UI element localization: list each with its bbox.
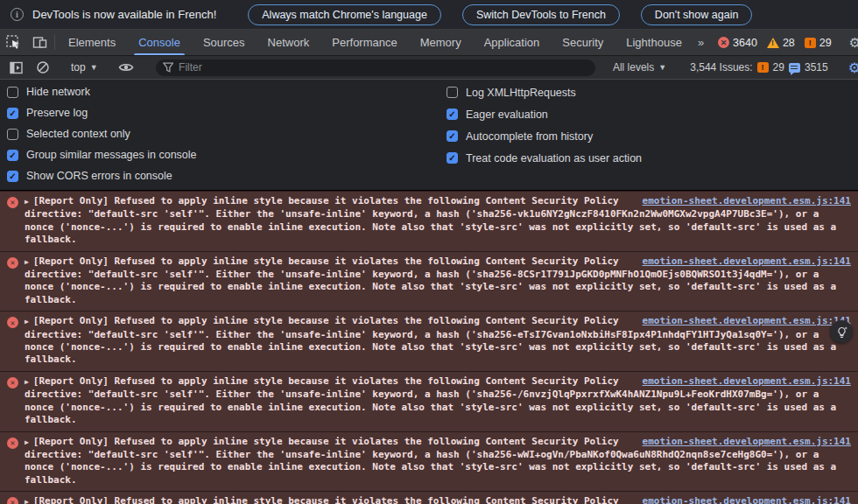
setting-preserve-log[interactable]: ✓Preserve log [7, 102, 447, 123]
more-tabs-icon[interactable]: » [693, 36, 708, 49]
console-toolbar: top ▼ All levels ▼ 3,544 Issues: ! 29 35… [0, 56, 858, 80]
message-line-3: nonce ('nonce-...') is required to enabl… [25, 461, 851, 473]
infobar-message: DevTools is now available in French! [32, 8, 216, 21]
message-line-2: directive: "default-src 'self'". Either … [25, 449, 851, 461]
message-line-4: fallback. [25, 474, 851, 486]
message-line-1: ▶[Report Only] Refused to apply inline s… [25, 495, 851, 504]
checkbox-checked[interactable]: ✓ [7, 108, 18, 119]
tab-security[interactable]: Security [551, 30, 615, 55]
message-line-3: nonce ('nonce-...') is required to enabl… [25, 402, 851, 414]
issues-count-group[interactable]: ! 29 [805, 37, 832, 49]
checkbox-unchecked[interactable] [7, 87, 18, 98]
message-line-4: fallback. [25, 414, 851, 426]
setting-show-cors-errors-in-console[interactable]: ✓Show CORS errors in console [7, 165, 447, 186]
message-line-3: nonce ('nonce-...') is required to enabl… [25, 221, 851, 234]
checkbox-checked[interactable]: ✓ [447, 130, 458, 142]
settings-gear-icon[interactable]: ⚙ [845, 35, 858, 51]
clear-console-icon[interactable] [32, 58, 54, 77]
setting-group-similar-messages-in-console[interactable]: ✓Group similar messages in console [7, 144, 447, 165]
message-line-1: ▶[Report Only] Refused to apply inline s… [25, 375, 851, 388]
checkbox-label: Hide network [26, 86, 90, 98]
tab-memory[interactable]: Memory [409, 30, 473, 55]
checkbox-checked[interactable]: ✓ [447, 152, 458, 164]
expand-arrow-icon[interactable]: ▶ [25, 376, 29, 388]
issues-summary[interactable]: 3,544 Issues: ! 29 3515 [685, 61, 833, 74]
filter-box[interactable] [156, 60, 595, 76]
device-toolbar-icon[interactable] [26, 30, 53, 55]
message-text: [Report Only] Refused to apply inline st… [33, 436, 634, 448]
tab-sources[interactable]: Sources [192, 30, 257, 55]
source-link[interactable]: emotion-sheet.development.esm.js:141 [643, 315, 851, 327]
tab-elements[interactable]: Elements [57, 30, 127, 55]
expand-arrow-icon[interactable]: ▶ [25, 437, 29, 449]
error-icon: ✕ [7, 497, 18, 504]
checkbox-label: Eager evaluation [466, 108, 548, 121]
tab-console[interactable]: Console [127, 30, 192, 55]
setting-log-xmlhttprequests[interactable]: Log XMLHttpRequests [447, 81, 642, 103]
inspect-element-icon[interactable] [0, 30, 26, 55]
checkbox-checked[interactable]: ✓ [447, 108, 458, 120]
console-error-message: ✕▶[Report Only] Refused to apply inline … [0, 191, 858, 251]
error-icon: ✕ [7, 197, 18, 208]
message-text: [Report Only] Refused to apply inline st… [33, 495, 634, 504]
checkbox-label: Autocomplete from history [466, 130, 593, 143]
console-settings-panel: Hide network✓Preserve logSelected contex… [0, 80, 858, 191]
tab-lighthouse[interactable]: Lighthouse [615, 30, 693, 55]
warning-count-group[interactable]: 28 [767, 37, 795, 49]
settings-col-right: Log XMLHttpRequests✓Eager evaluation✓Aut… [447, 81, 642, 186]
chevron-down-icon: ▼ [658, 63, 666, 72]
error-count-group[interactable]: ✕ 3640 [718, 37, 757, 49]
message-text: [Report Only] Refused to apply inline st… [33, 256, 634, 268]
setting-hide-network[interactable]: Hide network [7, 81, 447, 102]
checkbox-unchecked[interactable] [447, 87, 458, 98]
filter-funnel-icon [163, 62, 174, 73]
setting-eager-evaluation[interactable]: ✓Eager evaluation [447, 103, 642, 125]
source-link[interactable]: emotion-sheet.development.esm.js:141 [643, 436, 851, 448]
source-link[interactable]: emotion-sheet.development.esm.js:141 [643, 195, 851, 207]
console-error-message: ✕▶[Report Only] Refused to apply inline … [0, 431, 858, 492]
tab-application[interactable]: Application [473, 30, 552, 55]
console-settings-gear-icon[interactable]: ⚙ [845, 60, 858, 76]
console-error-message: ✕▶[Report Only] Refused to apply inline … [0, 311, 858, 371]
message-line-4: fallback. [25, 234, 851, 246]
console-error-message: ✕▶[Report Only] Refused to apply inline … [0, 371, 858, 431]
message-line-2: directive: "default-src 'self'". Either … [25, 269, 851, 281]
log-levels-selector[interactable]: All levels ▼ [606, 61, 673, 74]
dont-show-again-button[interactable]: Don't show again [641, 4, 753, 25]
tab-performance[interactable]: Performance [320, 30, 408, 55]
expand-arrow-icon[interactable]: ▶ [25, 256, 29, 269]
tabbar-right: » ✕ 3640 28 ! 29 ⚙ ⋮ ✕ [693, 30, 858, 55]
tab-network[interactable]: Network [257, 30, 321, 55]
chevron-down-icon: ▼ [90, 63, 98, 72]
checkbox-label: Preserve log [26, 107, 88, 119]
message-line-1: ▶[Report Only] Refused to apply inline s… [25, 436, 851, 449]
log-levels-value: All levels [613, 61, 654, 74]
expand-arrow-icon[interactable]: ▶ [25, 496, 29, 504]
match-language-button[interactable]: Always match Chrome's language [248, 4, 441, 25]
setting-autocomplete-from-history[interactable]: ✓Autocomplete from history [447, 125, 642, 147]
error-icon: ✕ [7, 257, 18, 269]
console-error-message: ✕▶[Report Only] Refused to apply inline … [0, 251, 858, 312]
error-icon: ✕ [718, 37, 729, 48]
filter-input[interactable] [179, 61, 588, 74]
setting-treat-code-evaluation-as-user-action[interactable]: ✓Treat code evaluation as user action [447, 147, 642, 169]
source-link[interactable]: emotion-sheet.development.esm.js:141 [643, 256, 851, 268]
live-expression-eye-icon[interactable] [115, 58, 137, 77]
context-selector[interactable]: top ▼ [66, 61, 103, 74]
checkbox-label: Log XMLHttpRequests [466, 87, 576, 99]
checkbox-checked[interactable]: ✓ [7, 150, 18, 161]
source-link[interactable]: emotion-sheet.development.esm.js:141 [643, 375, 851, 388]
issues-icon: ! [757, 62, 769, 73]
checkbox-checked[interactable]: ✓ [7, 171, 18, 182]
console-sidebar-icon[interactable] [5, 58, 28, 77]
source-link[interactable]: emotion-sheet.development.esm.js:141 [643, 495, 851, 504]
switch-french-button[interactable]: Switch DevTools to French [462, 4, 620, 25]
message-text: [Report Only] Refused to apply inline st… [33, 195, 634, 207]
error-count: 3640 [733, 37, 757, 49]
toolbar-issues-count: 29 [773, 61, 784, 74]
expand-arrow-icon[interactable]: ▶ [25, 196, 29, 208]
setting-selected-context-only[interactable]: Selected context only [7, 123, 447, 144]
console-error-message: ✕▶[Report Only] Refused to apply inline … [0, 491, 858, 504]
expand-arrow-icon[interactable]: ▶ [25, 316, 29, 328]
checkbox-unchecked[interactable] [7, 129, 18, 140]
